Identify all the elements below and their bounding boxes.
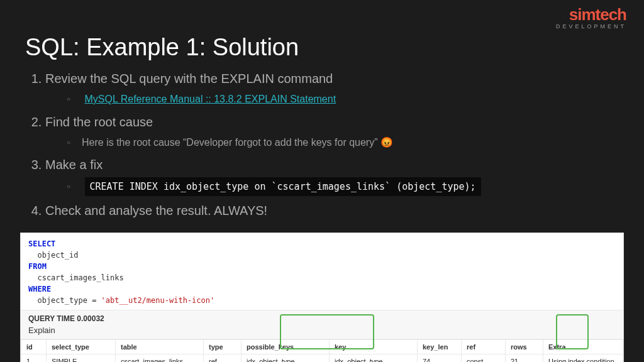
query-time-value: 0.00032 xyxy=(77,314,104,323)
cell-id: 1 xyxy=(21,354,47,363)
explain-data-row: 1 SIMPLE cscart_images_links ref idx_obj… xyxy=(21,354,623,363)
cell-ref: const xyxy=(462,354,506,363)
col-possible-keys: possible_keys xyxy=(242,340,330,354)
step-1-link-item: MySQL Reference Manual :: 13.8.2 EXPLAIN… xyxy=(67,91,619,107)
col-key-len: key_len xyxy=(418,340,462,354)
step-1: Review the SQL query with the EXPLAIN co… xyxy=(45,70,619,107)
cell-type: ref xyxy=(204,354,242,363)
step-3-code-item: CREATE INDEX idx_object_type on `cscart_… xyxy=(67,177,619,196)
brand-logo-main: simtech xyxy=(556,5,626,25)
slide-body: Review the SQL query with the EXPLAIN co… xyxy=(25,70,619,226)
query-time-label: QUERY TIME xyxy=(28,314,75,323)
step-2-rootcause: Here is the root cause “Developer forgot… xyxy=(67,134,619,151)
explain-table: id select_type table type possible_keys … xyxy=(21,339,623,362)
col-ref: ref xyxy=(462,340,506,354)
step-4: Check and analyse the result. ALWAYS! xyxy=(45,202,619,219)
cell-rows: 21 xyxy=(506,354,543,363)
sql-kw-where: WHERE xyxy=(28,285,51,293)
col-type: type xyxy=(204,340,242,354)
explain-section-label: Explain xyxy=(21,324,623,339)
brand-logo-sub: DEVELOPMENT xyxy=(556,23,626,30)
step-2-text: Find the root cause xyxy=(45,115,153,129)
explain-header-row: id select_type table type possible_keys … xyxy=(21,340,623,354)
sql-select-cols: object_id xyxy=(28,251,78,260)
col-id: id xyxy=(21,340,47,354)
mysql-docs-link[interactable]: MySQL Reference Manual :: 13.8.2 EXPLAIN… xyxy=(85,94,336,104)
step-3: Make a fix CREATE INDEX idx_object_type … xyxy=(45,156,619,196)
brand-logo: simtech DEVELOPMENT xyxy=(556,5,626,30)
sql-from-table: cscart_images_links xyxy=(28,273,124,282)
step-4-text: Check and analyse the result. ALWAYS! xyxy=(45,204,267,217)
step-1-sub: MySQL Reference Manual :: 13.8.2 EXPLAIN… xyxy=(45,91,619,107)
step-2: Find the root cause Here is the root cau… xyxy=(45,114,619,151)
sql-kw-select: SELECT xyxy=(28,239,55,248)
col-extra: Extra xyxy=(543,340,623,354)
explain-result-pane: SELECT object_id FROM cscart_images_link… xyxy=(20,233,624,362)
step-3-text: Make a fix xyxy=(45,158,103,172)
col-rows: rows xyxy=(506,340,543,354)
slide-title: SQL: Example 1: Solution xyxy=(25,34,299,61)
cell-table: cscart_images_links xyxy=(116,354,204,363)
col-select-type: select_type xyxy=(47,340,116,354)
sql-where-val: 'abt__ut2/menu-with-icon' xyxy=(101,296,215,305)
sql-preview: SELECT object_id FROM cscart_images_link… xyxy=(21,233,623,310)
col-table: table xyxy=(116,340,204,354)
solution-steps-list: Review the SQL query with the EXPLAIN co… xyxy=(25,70,619,219)
create-index-code: CREATE INDEX idx_object_type on `cscart_… xyxy=(85,177,481,196)
sql-kw-from: FROM xyxy=(28,262,47,271)
cell-extra: Using index condition xyxy=(543,354,623,363)
cell-select-type: SIMPLE xyxy=(47,354,116,363)
step-1-text: Review the SQL query with the EXPLAIN co… xyxy=(45,72,333,85)
step-2-sub: Here is the root cause “Developer forgot… xyxy=(45,134,619,151)
cell-possible-keys: idx_object_type xyxy=(242,354,330,363)
col-key: key xyxy=(330,340,418,354)
query-time-row: QUERY TIME 0.00032 xyxy=(21,310,623,324)
cell-key-len: 74 xyxy=(418,354,462,363)
cell-key: idx_object_type xyxy=(330,354,418,363)
sql-where-col: object_type = xyxy=(28,296,101,305)
step-3-sub: CREATE INDEX idx_object_type on `cscart_… xyxy=(45,177,619,196)
